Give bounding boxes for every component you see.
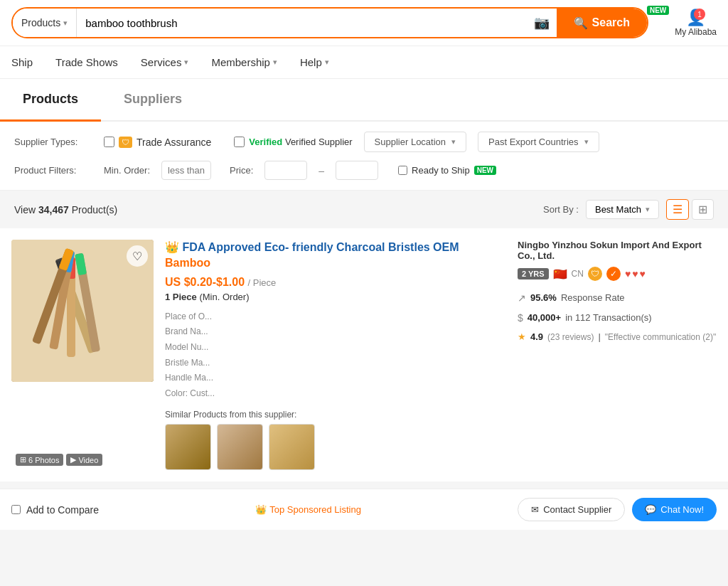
rating-row: ★ 4.9 (23 reviews) | "Effective communic… [518, 328, 717, 346]
action-buttons: ✉ Contact Supplier 💬 Chat Now! [518, 498, 717, 521]
nav-tradeshows-label: Trade Shows [55, 56, 118, 68]
grid-view-button[interactable]: ⊞ [692, 199, 714, 220]
search-input[interactable] [77, 9, 526, 37]
search-icon: 🔍 [574, 16, 588, 30]
tab-suppliers[interactable]: Suppliers [101, 79, 205, 120]
transactions-value: 40,000+ [528, 309, 561, 327]
contact-supplier-button[interactable]: ✉ Contact Supplier [518, 498, 625, 521]
chat-now-button[interactable]: 💬 Chat Now! [632, 498, 717, 521]
min-order-value: 1 Piece [165, 292, 197, 302]
search-button[interactable]: 🔍 Search [557, 9, 647, 37]
add-compare-label: Add to Compare [26, 504, 99, 516]
price-value: US $0.20-$1.00 [165, 276, 245, 288]
supplier-location-dropdown[interactable]: Supplier Location ▾ [364, 132, 466, 152]
tabs: Products Suppliers [0, 79, 728, 122]
view-buttons: ☰ ⊞ [666, 199, 714, 220]
min-order-note: (Min. Order) [199, 292, 249, 302]
wishlist-button[interactable]: ♡ [127, 245, 148, 267]
list-view-button[interactable]: ☰ [666, 199, 689, 220]
years-badge: 2 YRS [518, 268, 549, 279]
video-badge[interactable]: ▶ Video [66, 454, 102, 466]
ready-to-ship-checkbox[interactable] [398, 166, 407, 175]
services-chevron-icon: ▾ [184, 58, 188, 67]
new-badge: NEW [647, 6, 669, 15]
supplier-badges: 2 YRS 🇨🇳 CN 🛡 ✓ ♥♥♥ [518, 267, 717, 281]
supplier-name[interactable]: Ningbo Yinzhou Sokun Import And Export C… [518, 240, 717, 261]
attr-brand: Brand Na... [165, 324, 506, 340]
ready-to-ship-group: Ready to Ship NEW [398, 165, 496, 176]
rating-hearts: ♥♥♥ [625, 268, 647, 279]
price-to-input[interactable] [336, 161, 378, 180]
country-code: CN [572, 269, 584, 279]
video-label: Video [78, 456, 98, 464]
rating-value: 4.9 [530, 328, 543, 346]
nav-item-ship[interactable]: Ship [11, 46, 33, 78]
results-bar: View 34,467 Product(s) Sort By : Best Ma… [0, 191, 728, 228]
product-attrs: Place of O... Brand Na... Model Nu... Br… [165, 309, 506, 402]
sort-dropdown[interactable]: Best Match ▾ [586, 200, 659, 219]
category-label: Products [21, 17, 60, 28]
crown-sponsored-icon: 👑 [255, 504, 267, 515]
past-export-countries-dropdown[interactable]: Past Export Countries ▾ [478, 132, 599, 152]
sort-value: Best Match [595, 204, 641, 215]
add-compare-group: Add to Compare [11, 504, 99, 516]
similar-thumb-1[interactable] [165, 424, 211, 470]
search-button-label: Search [592, 16, 630, 29]
product-image[interactable]: ♡ [11, 240, 154, 382]
supplier-types-row: Supplier Types: 🛡 Trade Assurance Verifi… [14, 132, 714, 152]
photos-label: 6 Photos [28, 456, 59, 464]
my-alibaba[interactable]: 👤 1 My Alibaba [675, 9, 717, 37]
help-chevron-icon: ▾ [325, 58, 329, 67]
tab-products[interactable]: Products [0, 79, 101, 122]
category-dropdown[interactable]: Products ▾ [13, 9, 77, 37]
nav-item-help[interactable]: Help ▾ [300, 46, 329, 78]
my-alibaba-label: My Alibaba [675, 27, 717, 37]
sponsored-text: Top Sponsored Listing [269, 504, 361, 515]
trade-assurance-checkbox[interactable] [104, 137, 114, 147]
sort-area: Sort By : Best Match ▾ ☰ ⊞ [543, 199, 714, 220]
bottom-bar: Add to Compare 👑 Top Sponsored Listing ✉… [0, 489, 728, 530]
trade-assurance-badge: 🛡 [119, 137, 132, 148]
attr-handle: Handle Ma... [165, 371, 506, 386]
nav-item-tradeshows[interactable]: Trade Shows [55, 46, 118, 78]
price-from-input[interactable] [264, 161, 307, 180]
verified-supplier-label: Verified Verified Supplier [249, 137, 352, 147]
photos-icon: ⊞ [20, 455, 26, 464]
similar-thumb-3[interactable] [269, 424, 315, 470]
sort-by-label: Sort By : [543, 204, 579, 215]
products-label: Product(s) [72, 204, 118, 215]
mail-icon: ✉ [531, 504, 539, 515]
supplier-info: Ningbo Yinzhou Sokun Import And Export C… [518, 240, 717, 470]
tab-suppliers-label: Suppliers [124, 92, 182, 106]
min-order: 1 Piece (Min. Order) [165, 292, 506, 302]
past-export-chevron-icon: ▾ [584, 137, 589, 146]
min-order-label: Min. Order: [104, 165, 150, 176]
add-compare-checkbox[interactable] [11, 505, 21, 514]
nav-ship-label: Ship [11, 56, 33, 68]
nav-item-membership[interactable]: Membership ▾ [211, 46, 277, 78]
star-icon: ★ [518, 328, 526, 346]
membership-chevron-icon: ▾ [273, 58, 277, 67]
sponsored-label: 👑 Top Sponsored Listing [255, 504, 361, 515]
view-label: View [14, 204, 36, 215]
review-separator: | [598, 328, 600, 346]
product-title-part2: Bamboo [165, 257, 210, 269]
supplier-location-label: Supplier Location [375, 137, 446, 147]
product-count: 34,467 [38, 204, 69, 215]
verified-icon: ✓ [606, 267, 621, 281]
verified-supplier-checkbox[interactable] [234, 137, 245, 147]
photos-badge[interactable]: ⊞ 6 Photos [16, 454, 63, 466]
chat-btn-label: Chat Now! [660, 504, 704, 515]
product-title-part1: FDA Approved Eco- friendly Charcoal Bris… [182, 241, 459, 253]
product-price: US $0.20-$1.00 / Piece [165, 276, 506, 289]
nav-item-services[interactable]: Services ▾ [141, 46, 189, 78]
contact-btn-label: Contact Supplier [543, 504, 611, 515]
verified-supplier-checkbox-group: Verified Verified Supplier [234, 137, 352, 147]
camera-icon[interactable]: 📷 [527, 15, 557, 31]
min-order-input[interactable] [161, 161, 211, 180]
product-info: 👑 FDA Approved Eco- friendly Charcoal Br… [165, 240, 506, 470]
results-count: View 34,467 Product(s) [14, 204, 117, 215]
product-title[interactable]: 👑 FDA Approved Eco- friendly Charcoal Br… [165, 240, 506, 272]
similar-thumb-2[interactable] [217, 424, 263, 470]
product-image-area: ♡ ⊞ 6 Photos ▶ Video [11, 240, 154, 470]
